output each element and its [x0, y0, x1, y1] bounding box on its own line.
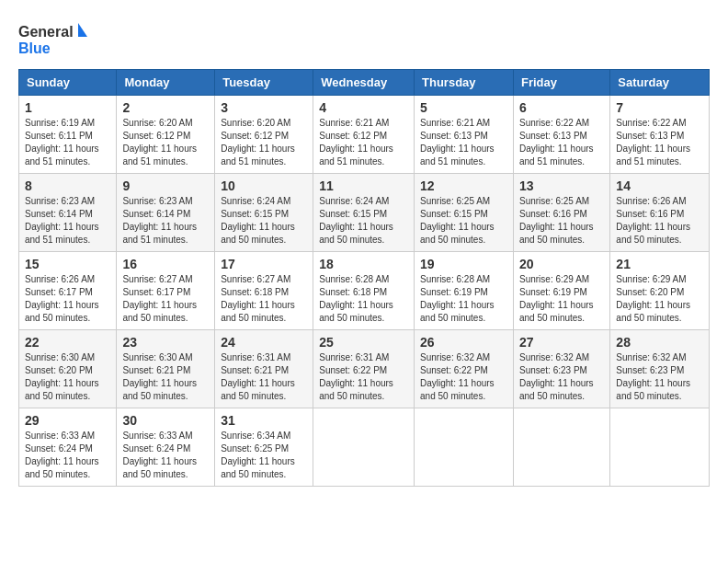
day-number: 4: [319, 100, 408, 115]
day-info: Sunrise: 6:20 AM Sunset: 6:12 PM Dayligh…: [221, 117, 307, 168]
calendar-day-cell: 26Sunrise: 6:32 AM Sunset: 6:22 PM Dayli…: [415, 330, 514, 408]
day-info: Sunrise: 6:20 AM Sunset: 6:12 PM Dayligh…: [122, 117, 209, 168]
calendar-day-cell: 7Sunrise: 6:22 AM Sunset: 6:13 PM Daylig…: [610, 96, 710, 174]
day-info: Sunrise: 6:26 AM Sunset: 6:17 PM Dayligh…: [25, 273, 110, 325]
day-info: Sunrise: 6:33 AM Sunset: 6:24 PM Dayligh…: [122, 430, 209, 481]
calendar-day-cell: 25Sunrise: 6:31 AM Sunset: 6:22 PM Dayli…: [313, 330, 415, 408]
day-number: 30: [122, 413, 209, 428]
calendar-week-row: 15Sunrise: 6:26 AM Sunset: 6:17 PM Dayli…: [19, 252, 710, 330]
day-number: 18: [319, 257, 408, 271]
day-number: 12: [420, 178, 507, 193]
calendar-week-row: 1Sunrise: 6:19 AM Sunset: 6:11 PM Daylig…: [19, 96, 710, 174]
day-number: 29: [25, 413, 110, 428]
day-number: 8: [25, 178, 110, 193]
calendar-day-header: Saturday: [610, 70, 710, 96]
day-number: 31: [221, 413, 307, 428]
day-info: Sunrise: 6:33 AM Sunset: 6:24 PM Dayligh…: [25, 430, 110, 481]
calendar-day-cell: 15Sunrise: 6:26 AM Sunset: 6:17 PM Dayli…: [19, 252, 117, 330]
day-info: Sunrise: 6:21 AM Sunset: 6:12 PM Dayligh…: [319, 117, 408, 168]
calendar-day-header: Sunday: [19, 70, 117, 96]
calendar-day-cell: 6Sunrise: 6:22 AM Sunset: 6:13 PM Daylig…: [513, 96, 609, 174]
calendar-header-row: SundayMondayTuesdayWednesdayThursdayFrid…: [19, 70, 710, 96]
day-number: 28: [616, 335, 703, 350]
day-info: Sunrise: 6:29 AM Sunset: 6:20 PM Dayligh…: [616, 273, 703, 325]
calendar-day-cell: [415, 408, 514, 487]
day-number: 2: [122, 100, 209, 115]
day-number: 19: [420, 257, 507, 271]
day-number: 5: [420, 100, 507, 115]
calendar-day-cell: 4Sunrise: 6:21 AM Sunset: 6:12 PM Daylig…: [313, 96, 415, 174]
calendar-day-cell: 19Sunrise: 6:28 AM Sunset: 6:19 PM Dayli…: [415, 252, 514, 330]
calendar-week-row: 22Sunrise: 6:30 AM Sunset: 6:20 PM Dayli…: [19, 330, 710, 408]
svg-text:Blue: Blue: [18, 40, 51, 56]
day-number: 27: [519, 335, 604, 350]
calendar-day-cell: 21Sunrise: 6:29 AM Sunset: 6:20 PM Dayli…: [610, 252, 710, 330]
day-number: 21: [616, 257, 703, 271]
day-info: Sunrise: 6:27 AM Sunset: 6:18 PM Dayligh…: [221, 273, 307, 325]
day-info: Sunrise: 6:25 AM Sunset: 6:15 PM Dayligh…: [420, 195, 507, 247]
calendar-day-cell: 31Sunrise: 6:34 AM Sunset: 6:25 PM Dayli…: [215, 408, 313, 487]
calendar-day-cell: 8Sunrise: 6:23 AM Sunset: 6:14 PM Daylig…: [19, 174, 117, 252]
day-info: Sunrise: 6:32 AM Sunset: 6:22 PM Dayligh…: [420, 351, 507, 403]
day-number: 17: [221, 257, 307, 271]
day-number: 14: [616, 178, 703, 193]
day-info: Sunrise: 6:24 AM Sunset: 6:15 PM Dayligh…: [319, 195, 408, 247]
calendar-day-cell: 16Sunrise: 6:27 AM Sunset: 6:17 PM Dayli…: [117, 252, 215, 330]
calendar-day-cell: 30Sunrise: 6:33 AM Sunset: 6:24 PM Dayli…: [117, 408, 215, 487]
day-info: Sunrise: 6:22 AM Sunset: 6:13 PM Dayligh…: [616, 117, 703, 168]
day-number: 25: [319, 335, 408, 350]
day-number: 7: [616, 100, 703, 115]
calendar-week-row: 8Sunrise: 6:23 AM Sunset: 6:14 PM Daylig…: [19, 174, 710, 252]
calendar-day-cell: 24Sunrise: 6:31 AM Sunset: 6:21 PM Dayli…: [215, 330, 313, 408]
day-info: Sunrise: 6:34 AM Sunset: 6:25 PM Dayligh…: [221, 430, 307, 481]
calendar-day-cell: 22Sunrise: 6:30 AM Sunset: 6:20 PM Dayli…: [19, 330, 117, 408]
day-number: 1: [25, 100, 110, 115]
day-number: 3: [221, 100, 307, 115]
day-info: Sunrise: 6:30 AM Sunset: 6:20 PM Dayligh…: [25, 351, 110, 403]
day-number: 24: [221, 335, 307, 350]
calendar-day-cell: 2Sunrise: 6:20 AM Sunset: 6:12 PM Daylig…: [117, 96, 215, 174]
svg-marker-2: [78, 23, 87, 37]
calendar-day-header: Monday: [117, 70, 215, 96]
day-info: Sunrise: 6:22 AM Sunset: 6:13 PM Dayligh…: [519, 117, 604, 168]
calendar-day-cell: [313, 408, 415, 487]
calendar-day-cell: 28Sunrise: 6:32 AM Sunset: 6:23 PM Dayli…: [610, 330, 710, 408]
calendar-day-cell: 1Sunrise: 6:19 AM Sunset: 6:11 PM Daylig…: [19, 96, 117, 174]
day-info: Sunrise: 6:31 AM Sunset: 6:22 PM Dayligh…: [319, 351, 408, 403]
calendar-day-cell: 29Sunrise: 6:33 AM Sunset: 6:24 PM Dayli…: [19, 408, 117, 487]
day-number: 20: [519, 257, 604, 271]
day-number: 6: [519, 100, 604, 115]
calendar-day-header: Wednesday: [313, 70, 415, 96]
calendar-day-cell: 13Sunrise: 6:25 AM Sunset: 6:16 PM Dayli…: [513, 174, 609, 252]
calendar-day-cell: 11Sunrise: 6:24 AM Sunset: 6:15 PM Dayli…: [313, 174, 415, 252]
calendar-day-cell: 14Sunrise: 6:26 AM Sunset: 6:16 PM Dayli…: [610, 174, 710, 252]
calendar-day-cell: [610, 408, 710, 487]
day-info: Sunrise: 6:25 AM Sunset: 6:16 PM Dayligh…: [519, 195, 604, 247]
day-info: Sunrise: 6:32 AM Sunset: 6:23 PM Dayligh…: [616, 351, 703, 403]
day-number: 10: [221, 178, 307, 193]
day-info: Sunrise: 6:31 AM Sunset: 6:21 PM Dayligh…: [221, 351, 307, 403]
calendar-week-row: 29Sunrise: 6:33 AM Sunset: 6:24 PM Dayli…: [19, 408, 710, 487]
day-info: Sunrise: 6:23 AM Sunset: 6:14 PM Dayligh…: [25, 195, 110, 247]
day-info: Sunrise: 6:32 AM Sunset: 6:23 PM Dayligh…: [519, 351, 604, 403]
day-info: Sunrise: 6:19 AM Sunset: 6:11 PM Dayligh…: [25, 117, 110, 168]
day-number: 15: [25, 257, 110, 271]
logo-svg: GeneralBlue: [18, 18, 92, 60]
day-number: 13: [519, 178, 604, 193]
day-number: 23: [122, 335, 209, 350]
calendar-day-cell: 20Sunrise: 6:29 AM Sunset: 6:19 PM Dayli…: [513, 252, 609, 330]
day-info: Sunrise: 6:24 AM Sunset: 6:15 PM Dayligh…: [221, 195, 307, 247]
calendar-day-cell: 17Sunrise: 6:27 AM Sunset: 6:18 PM Dayli…: [215, 252, 313, 330]
calendar-day-header: Tuesday: [215, 70, 313, 96]
calendar-day-cell: 9Sunrise: 6:23 AM Sunset: 6:14 PM Daylig…: [117, 174, 215, 252]
day-number: 16: [122, 257, 209, 271]
day-number: 26: [420, 335, 507, 350]
day-info: Sunrise: 6:30 AM Sunset: 6:21 PM Dayligh…: [122, 351, 209, 403]
day-info: Sunrise: 6:23 AM Sunset: 6:14 PM Dayligh…: [122, 195, 209, 247]
svg-text:General: General: [18, 24, 74, 40]
day-info: Sunrise: 6:28 AM Sunset: 6:19 PM Dayligh…: [420, 273, 507, 325]
day-info: Sunrise: 6:26 AM Sunset: 6:16 PM Dayligh…: [616, 195, 703, 247]
day-number: 22: [25, 335, 110, 350]
calendar-day-header: Friday: [513, 70, 609, 96]
calendar-day-cell: 12Sunrise: 6:25 AM Sunset: 6:15 PM Dayli…: [415, 174, 514, 252]
